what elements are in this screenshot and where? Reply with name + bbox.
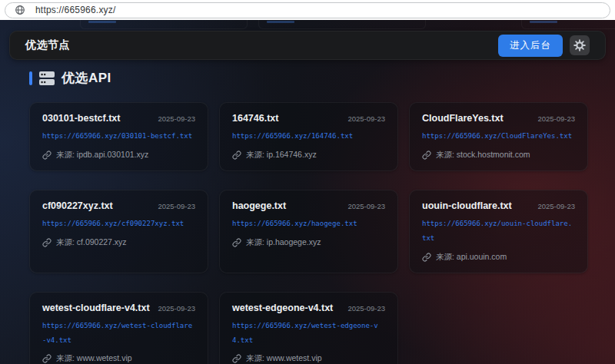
card-header-row: CloudFlareYes.txt 2025-09-23 (422, 113, 575, 124)
cutoff-url-fragment (530, 21, 557, 23)
file-date: 2025-09-23 (537, 202, 575, 210)
api-card: wetest-cloudflare-v4.txt 2025-09-23 http… (29, 292, 208, 364)
file-source-row: 来源: www.wetest.vip (232, 353, 385, 364)
page-background: 优选节点 进入后台 (0, 20, 615, 364)
file-name: 030101-bestcf.txt (42, 113, 120, 124)
source-text: 来源: stock.hostmonit.com (436, 150, 530, 160)
source-text: 来源: www.wetest.vip (246, 353, 322, 364)
site-info-icon (15, 5, 25, 15)
cutoff-url-fragment (267, 21, 294, 23)
card-header-row: 030101-bestcf.txt 2025-09-23 (42, 113, 195, 124)
file-name: uouin-cloudflare.txt (422, 200, 512, 211)
api-card-grid: 030101-bestcf.txt 2025-09-23 https://665… (29, 102, 588, 364)
cutoff-card-remnant (521, 20, 615, 29)
page-title: 优选节点 (25, 38, 70, 52)
file-url-link[interactable]: https://665966.xyz/030101-bestcf.txt (42, 129, 195, 144)
file-url-link[interactable]: https://665966.xyz/164746.txt (232, 129, 385, 144)
file-date: 2025-09-23 (158, 114, 195, 123)
link-icon (232, 151, 241, 160)
file-name: CloudFlareYes.txt (422, 113, 504, 124)
file-url-link[interactable]: https://665966.xyz/wetest-edgeone-v4.txt (232, 319, 385, 348)
file-url-link[interactable]: https://665966.xyz/CloudFlareYes.txt (422, 129, 575, 144)
file-date: 2025-09-23 (347, 202, 385, 210)
address-url-text[interactable]: https://665966.xyz/ (35, 5, 116, 15)
section-header: 优选API (29, 69, 615, 87)
file-date: 2025-09-23 (158, 202, 195, 210)
link-icon (42, 354, 52, 363)
cutoff-card-remnant (258, 20, 426, 29)
section-accent-bar (29, 71, 32, 85)
file-url-link[interactable]: https://665966.xyz/cf090227xyz.txt (42, 217, 195, 231)
file-source-row: 来源: www.wetest.vip (42, 353, 195, 364)
api-card: CloudFlareYes.txt 2025-09-23 https://665… (409, 102, 588, 171)
api-card: cf090227xyz.txt 2025-09-23 https://66596… (29, 190, 208, 273)
section-title: 优选API (62, 69, 111, 87)
file-date: 2025-09-23 (347, 114, 385, 123)
file-name: wetest-edgeone-v4.txt (232, 303, 333, 313)
source-text: 来源: ip.164746.xyz (246, 150, 317, 160)
card-header-row: cf090227xyz.txt 2025-09-23 (42, 200, 195, 211)
server-stack-icon (38, 71, 55, 86)
admin-button[interactable]: 进入后台 (498, 35, 563, 57)
file-name: haogege.txt (232, 200, 286, 211)
api-card: wetest-edgeone-v4.txt 2025-09-23 https:/… (219, 292, 398, 364)
api-card: uouin-cloudflare.txt 2025-09-23 https://… (409, 190, 588, 273)
source-text: 来源: ip.haogege.xyz (246, 237, 321, 248)
source-text: 来源: www.wetest.vip (56, 353, 132, 364)
header-actions: 进入后台 (498, 35, 590, 57)
api-card: 164746.txt 2025-09-23 https://665966.xyz… (219, 102, 398, 171)
file-source-row: 来源: api.uouin.com (422, 252, 575, 263)
file-source-row: 来源: cf.090227.xyz (42, 237, 195, 248)
gear-icon (573, 39, 586, 51)
link-icon (232, 238, 241, 247)
file-source-row: 来源: stock.hostmonit.com (422, 150, 575, 160)
link-icon (422, 151, 431, 160)
source-text: 来源: api.uouin.com (436, 252, 507, 263)
settings-button[interactable] (570, 35, 590, 55)
file-url-link[interactable]: https://665966.xyz/wetest-cloudflare-v4.… (42, 319, 195, 348)
browser-address-bar: https://665966.xyz/ (0, 0, 615, 20)
api-card: haogege.txt 2025-09-23 https://665966.xy… (219, 190, 398, 273)
address-url-field[interactable]: https://665966.xyz/ (5, 2, 610, 18)
file-name: 164746.txt (232, 113, 278, 124)
file-url-link[interactable]: https://665966.xyz/uouin-cloudflare.txt (422, 217, 575, 246)
card-header-row: uouin-cloudflare.txt 2025-09-23 (422, 200, 575, 211)
cutoff-card-remnant (80, 20, 248, 29)
link-icon (422, 253, 431, 262)
file-source-row: 来源: ip.164746.xyz (232, 150, 385, 160)
link-icon (232, 354, 241, 363)
source-text: 来源: cf.090227.xyz (56, 237, 127, 248)
card-header-row: 164746.txt 2025-09-23 (232, 113, 385, 124)
cutoff-url-fragment (88, 21, 116, 23)
file-name: cf090227xyz.txt (42, 200, 113, 211)
file-name: wetest-cloudflare-v4.txt (42, 303, 150, 313)
card-header-row: wetest-edgeone-v4.txt 2025-09-23 (232, 303, 385, 313)
file-date: 2025-09-23 (158, 304, 195, 313)
file-source-row: 来源: ip.haogege.xyz (232, 237, 385, 248)
card-header-row: wetest-cloudflare-v4.txt 2025-09-23 (42, 303, 195, 313)
file-url-link[interactable]: https://665966.xyz/haogege.txt (232, 217, 385, 231)
api-card: 030101-bestcf.txt 2025-09-23 https://665… (29, 102, 208, 171)
source-text: 来源: ipdb.api.030101.xyz (56, 150, 148, 160)
link-icon (42, 151, 52, 160)
card-header-row: haogege.txt 2025-09-23 (232, 200, 385, 211)
header-panel: 优选节点 进入后台 (9, 31, 606, 60)
file-date: 2025-09-23 (347, 304, 385, 313)
file-source-row: 来源: ipdb.api.030101.xyz (42, 150, 195, 160)
link-icon (42, 238, 52, 247)
file-date: 2025-09-23 (537, 114, 575, 123)
